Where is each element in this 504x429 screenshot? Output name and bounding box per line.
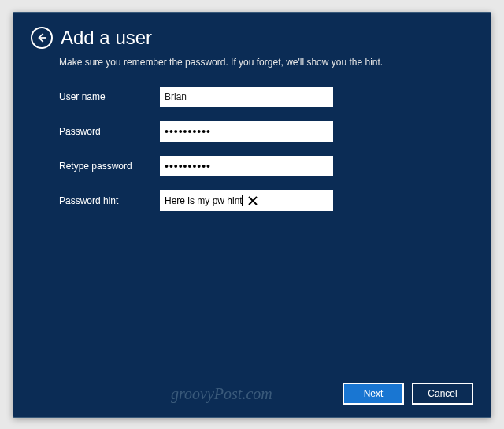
clear-hint-button[interactable]: [246, 194, 260, 208]
header: Add a user: [13, 13, 491, 55]
close-icon: [248, 196, 258, 205]
hint-input[interactable]: Here is my pw hint: [165, 195, 243, 206]
password-input[interactable]: ••••••••••: [165, 125, 211, 138]
hint-row: Password hint Here is my pw hint: [59, 190, 473, 211]
watermark: groovyPost.com: [171, 385, 272, 403]
password-row: Password ••••••••••: [59, 121, 473, 142]
retype-field-wrap: ••••••••••: [160, 156, 333, 176]
username-field-wrap: [160, 87, 333, 107]
next-button[interactable]: Next: [343, 383, 404, 405]
add-user-window: Add a user Make sure you remember the pa…: [13, 12, 491, 418]
retype-input[interactable]: ••••••••••: [165, 160, 211, 172]
username-row: User name: [59, 87, 473, 107]
username-label: User name: [59, 91, 160, 102]
page-subtitle: Make sure you remember the password. If …: [13, 55, 491, 82]
hint-label: Password hint: [59, 195, 160, 206]
password-field-wrap: ••••••••••: [160, 121, 333, 142]
retype-row: Retype password ••••••••••: [59, 156, 473, 176]
page-title: Add a user: [61, 27, 152, 49]
retype-label: Retype password: [59, 161, 160, 172]
footer: Next Cancel: [343, 383, 473, 405]
hint-field-wrap: Here is my pw hint: [160, 190, 333, 211]
password-label: Password: [59, 126, 160, 137]
cancel-button[interactable]: Cancel: [412, 383, 473, 405]
form: User name Password •••••••••• Retype pas…: [13, 82, 491, 211]
text-caret: [242, 195, 243, 206]
back-arrow-icon: [36, 32, 47, 43]
username-input[interactable]: [165, 91, 328, 102]
back-button[interactable]: [31, 27, 53, 49]
